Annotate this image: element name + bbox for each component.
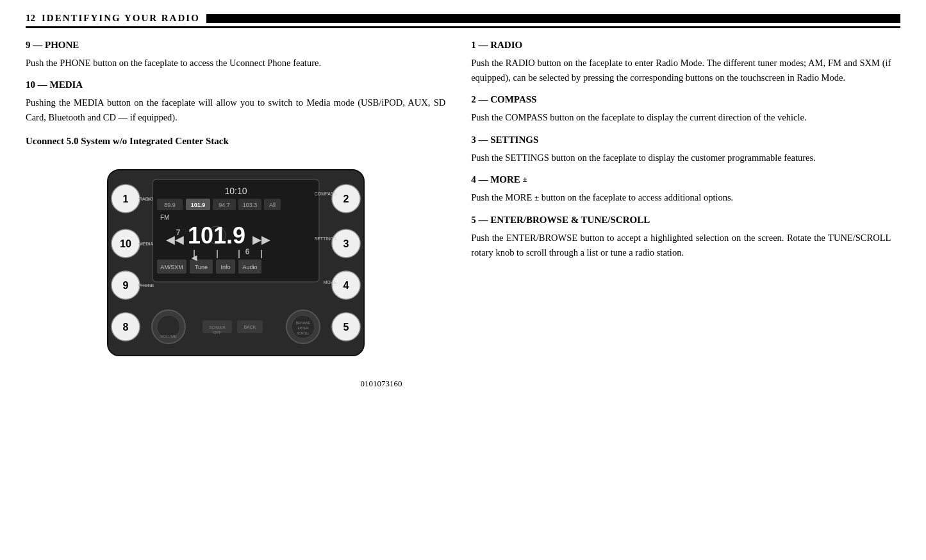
- section5-body: Push the ENTER/BROWSE button to accept a…: [471, 231, 891, 260]
- svg-text:7: 7: [176, 228, 180, 237]
- svg-text:SETTINGS: SETTINGS: [314, 236, 336, 241]
- svg-text:BROWSE: BROWSE: [295, 321, 310, 325]
- page-title: IDENTIFYING YOUR RADIO: [42, 13, 200, 24]
- section1-body: Push the RADIO button on the faceplate t…: [471, 56, 891, 85]
- right-column: 1 — RADIO Push the RADIO button on the f…: [471, 40, 891, 389]
- svg-text:SCROLL: SCROLL: [297, 331, 310, 335]
- plus-minus-icon: ±: [523, 174, 527, 185]
- svg-text:8: 8: [122, 322, 128, 333]
- svg-text:COMPASS: COMPASS: [314, 192, 336, 196]
- svg-text:ENTER: ENTER: [297, 326, 308, 330]
- section4-heading: 4 — MORE ±: [471, 174, 891, 186]
- radio-svg: 10:10 89.9 101.9 94.7 103.3: [69, 157, 402, 375]
- section2-body: Push the COMPASS button on the faceplate…: [471, 110, 891, 125]
- section9-body: Push the PHONE button on the faceplate t…: [26, 56, 445, 70]
- section1-heading: 1 — RADIO: [471, 40, 891, 51]
- section9-heading: 9 — PHONE: [26, 40, 445, 51]
- section5-heading: 5 — ENTER/BROWSE & TUNE/SCROLL: [471, 215, 891, 226]
- svg-text:VOLUME: VOLUME: [160, 334, 176, 338]
- svg-text:FM: FM: [160, 214, 169, 221]
- svg-text:89.9: 89.9: [164, 202, 176, 208]
- svg-text:4: 4: [343, 280, 349, 291]
- section3-body: Push the SETTINGS button on the faceplat…: [471, 151, 891, 165]
- svg-text:Audio: Audio: [242, 264, 257, 270]
- svg-text:10:10: 10:10: [224, 186, 247, 196]
- svg-text:101.9: 101.9: [190, 202, 205, 208]
- svg-text:SCREEN: SCREEN: [209, 325, 225, 329]
- svg-text:Tune: Tune: [195, 264, 208, 270]
- radio-image-container: 10:10 89.9 101.9 94.7 103.3: [26, 157, 445, 389]
- header-bar: [206, 14, 900, 23]
- svg-text:9: 9: [122, 280, 128, 291]
- left-column: 9 — PHONE Push the PHONE button on the f…: [26, 40, 445, 389]
- section2-heading: 2 — COMPASS: [471, 94, 891, 105]
- section4-body: Push the MORE ± button on the faceplate …: [471, 190, 891, 205]
- plus-minus-icon-body: ±: [534, 192, 539, 205]
- section10-heading: 10 — MEDIA: [26, 79, 445, 90]
- main-content: 9 — PHONE Push the PHONE button on the f…: [26, 40, 900, 389]
- svg-text:MORE: MORE: [323, 280, 336, 284]
- svg-text:1: 1: [122, 194, 128, 204]
- svg-text:3: 3: [343, 238, 349, 249]
- svg-text:▶▶: ▶▶: [252, 233, 270, 246]
- svg-text:AM/SXM: AM/SXM: [160, 264, 183, 270]
- image-caption: 0101073160: [69, 379, 402, 389]
- page: 12 IDENTIFYING YOUR RADIO 9 — PHONE Push…: [0, 0, 926, 408]
- section10-body: Pushing the MEDIA button on the faceplat…: [26, 95, 445, 125]
- svg-text:All: All: [269, 202, 276, 208]
- section3-heading: 3 — SETTINGS: [471, 135, 891, 145]
- page-number: 12: [26, 13, 35, 24]
- svg-text:Info: Info: [220, 264, 230, 270]
- svg-text:10: 10: [120, 238, 131, 249]
- svg-text:5: 5: [343, 322, 349, 333]
- svg-text:BACK: BACK: [244, 325, 256, 329]
- svg-text:2: 2: [343, 194, 349, 204]
- subsystem-heading: Uconnect 5.0 System w/o Integrated Cente…: [26, 136, 445, 147]
- svg-text:94.7: 94.7: [219, 202, 230, 208]
- svg-text:6: 6: [245, 247, 249, 256]
- svg-text:103.3: 103.3: [242, 202, 257, 208]
- svg-point-60: [208, 226, 226, 244]
- page-header: 12 IDENTIFYING YOUR RADIO: [26, 13, 900, 28]
- svg-text:◀◀: ◀◀: [166, 233, 184, 246]
- svg-text:OFF: OFF: [213, 331, 221, 334]
